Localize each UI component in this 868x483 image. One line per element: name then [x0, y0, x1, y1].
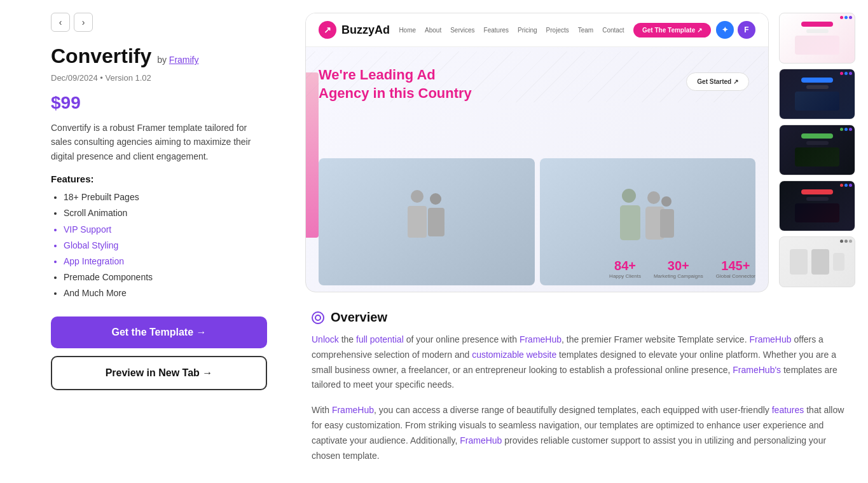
mockup-nav: HomeAboutServicesFeaturesPricingProjects…	[399, 27, 624, 34]
thumbnail-advertify[interactable]	[779, 69, 855, 119]
thumbnail-tempoify[interactable]	[779, 180, 855, 231]
preview-tab-button[interactable]: Preview in New Tab →	[51, 356, 267, 390]
overview-title: Overview	[331, 310, 387, 325]
mockup-icons: ✦ F	[716, 21, 755, 39]
feature-item-vip: VIP Support	[64, 222, 267, 238]
author-byline: by Framify	[157, 55, 198, 65]
svg-rect-2	[430, 193, 441, 205]
get-started-button[interactable]: Get Started ↗	[686, 72, 749, 91]
thumbnail-strip	[779, 13, 855, 292]
svg-point-10	[315, 315, 320, 320]
main-preview: ↗ BuzzyAd HomeAboutServicesFeaturesPrici…	[305, 13, 769, 292]
mockup-cta-button[interactable]: Get The Template ↗	[633, 23, 711, 37]
feature-item-app: App Integration	[64, 254, 267, 269]
svg-rect-3	[428, 208, 444, 236]
product-price: $99	[51, 93, 267, 113]
logo-icon: ↗	[319, 21, 336, 39]
svg-rect-9	[660, 209, 674, 238]
stat-campaigns: 30+ Marketing Campaigns	[654, 259, 703, 279]
feature-item: 18+ Prebuilt Pages	[64, 189, 267, 205]
overview-header: Overview	[312, 310, 849, 325]
stat-global: 145+ Global Connector	[716, 259, 755, 279]
get-template-button[interactable]: Get the Template →	[51, 316, 267, 348]
feature-item: Premade Components	[64, 269, 267, 285]
overview-icon	[312, 311, 324, 324]
features-list: 18+ Prebuilt Pages Scroll Animation VIP …	[51, 189, 267, 301]
icon-user: F	[738, 21, 755, 39]
feature-item-global: Global Styling	[64, 238, 267, 254]
feature-item: And Much More	[64, 285, 267, 301]
thumbnail-soca[interactable]	[779, 236, 855, 287]
overview-paragraph-2: With FrameHub, you can access a diverse …	[312, 403, 849, 463]
mockup-stats: 84+ Happy Clients 30+ Marketing Campaign…	[609, 259, 755, 279]
svg-rect-6	[647, 191, 660, 204]
feature-item: Scroll Animation	[64, 205, 267, 221]
author-link[interactable]: Framify	[169, 55, 199, 65]
people-image-1	[319, 158, 535, 285]
icon-apps: ✦	[716, 21, 734, 39]
product-description: Convertify is a robust Framer template t…	[51, 121, 267, 163]
svg-rect-4	[622, 189, 636, 203]
stat-clients: 84+ Happy Clients	[609, 259, 641, 279]
thumbnail-xframer[interactable]	[779, 125, 855, 175]
overview-section: Overview Unlock the full potential of yo…	[305, 310, 855, 473]
svg-rect-8	[661, 196, 672, 207]
thumbnail-buzzad[interactable]	[779, 13, 855, 64]
product-title: Convertify by Framify	[51, 44, 267, 68]
svg-rect-0	[411, 190, 424, 203]
product-meta: Dec/09/2024 • Version 1.02	[51, 73, 267, 83]
overview-paragraph-1: Unlock the full potential of your online…	[312, 332, 849, 393]
features-heading: Features:	[51, 173, 267, 184]
nav-back-button[interactable]: ‹	[51, 13, 70, 32]
svg-rect-5	[620, 205, 640, 240]
mockup-logo: ↗ BuzzyAd	[319, 21, 390, 39]
nav-forward-button[interactable]: ›	[74, 13, 93, 32]
mockup-header: ↗ BuzzyAd HomeAboutServicesFeaturesPrici…	[306, 13, 768, 47]
mockup-hero-text: We're Leading AdAgency in this Country	[319, 66, 472, 102]
svg-rect-1	[408, 206, 427, 238]
